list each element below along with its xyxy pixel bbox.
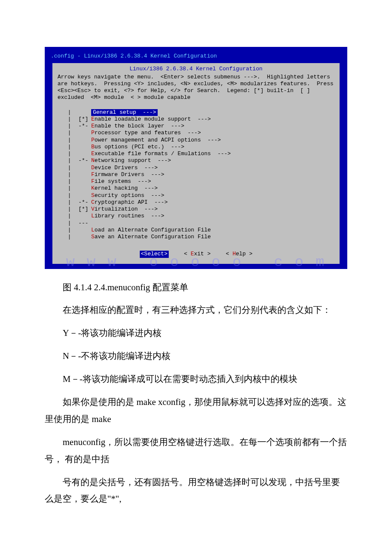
menu-border-left: | <box>68 109 78 116</box>
menu-hotkey: G <box>93 109 96 116</box>
menu-item[interactable]: |[*]Virtualization ---> <box>68 206 324 213</box>
figure-caption: 图 4.1.4 2.4.menuconfig 配置菜单 <box>45 279 347 296</box>
menu-border-left: | <box>68 144 78 150</box>
menu-label: Executable file formats / Emulations ---… <box>91 150 231 157</box>
menu-indicator: [*] <box>78 206 91 213</box>
menu-list[interactable]: | General setup --->|[*]Enable loadable … <box>64 107 328 243</box>
menu-item[interactable]: | Library routines ---> <box>68 213 324 220</box>
menu-label: Cryptographic API ---> <box>91 199 167 206</box>
menu-hotkey: V <box>91 206 95 212</box>
menu-label: Enable loadable module support ---> <box>91 116 211 123</box>
menu-border-left: | <box>68 220 78 227</box>
paragraph: 在选择相应的配置时，有三种选择方式，它们分别代表的含义如下： <box>45 302 347 319</box>
menu-label: Save an Alternate Configuration File <box>91 234 211 240</box>
menu-border-left: | <box>68 123 78 130</box>
menu-hotkey: D <box>91 165 95 171</box>
paragraph: N－-不将该功能编译进内核 <box>45 348 347 365</box>
paragraph: 号有的是尖括号，还有圆括号。用空格键选择时可以发现，中括号里要么是空，要么是"*… <box>45 474 347 508</box>
window-title: Linux/i386 2.6.38.4 Kernel Configuration <box>57 65 335 72</box>
menu-label: Security options ---> <box>91 192 164 199</box>
menu-hotkey: L <box>91 213 95 219</box>
menu-hotkey: E <box>91 116 95 122</box>
menu-hotkey: C <box>91 199 95 205</box>
menu-item[interactable]: | Processor type and features ---> <box>68 130 324 136</box>
menu-label: Enable the block layer ---> <box>91 123 184 130</box>
menu-border-left: | <box>68 185 78 192</box>
menu-item[interactable]: |--- <box>68 220 324 227</box>
menu-label: Load an Alternate Configuration File <box>91 227 211 234</box>
menu-item[interactable]: | General setup ---> <box>68 109 324 116</box>
paragraph: M－-将该功能编译成可以在需要时动态插入到内核中的模块 <box>45 371 347 388</box>
menu-item[interactable]: | Executable file formats / Emulations -… <box>68 150 324 157</box>
menu-border-left: | <box>68 137 78 144</box>
menu-hotkey: N <box>91 157 95 164</box>
menu-indicator <box>78 130 91 136</box>
menu-indicator: -*- <box>78 199 91 206</box>
menu-hotkey: S <box>91 192 95 199</box>
help-button[interactable]: < Help > <box>226 251 252 257</box>
menu-indicator <box>78 213 91 220</box>
menu-item[interactable]: |[*]Enable loadable module support ---> <box>68 116 324 123</box>
menu-hotkey: E <box>91 150 95 157</box>
menu-indicator: -*- <box>78 123 91 130</box>
menu-indicator: --- <box>78 220 91 227</box>
menu-hotkey: P <box>91 137 95 143</box>
document-body: 图 4.1.4 2.4.menuconfig 配置菜单 在选择相应的配置时，有三… <box>45 279 347 508</box>
menu-label: Kernel hacking ---> <box>91 185 158 192</box>
menu-border-left: | <box>68 150 78 157</box>
menu-indicator: [*] <box>78 116 91 123</box>
menuconfig-terminal: .config - Linux/i386 2.6.38.4 Kernel Con… <box>45 47 347 269</box>
menu-item[interactable]: | Save an Alternate Configuration File <box>68 234 324 240</box>
menu-border-left: | <box>68 213 78 220</box>
menu-label: Library routines ---> <box>91 213 164 220</box>
menu-indicator: -*- <box>78 157 91 164</box>
menu-item[interactable]: | Security options ---> <box>68 192 324 199</box>
menu-indicator <box>78 227 91 234</box>
menu-item[interactable]: | Bus options (PCI etc.) ---> <box>68 144 324 150</box>
menu-border-left: | <box>68 206 78 213</box>
menu-indicator <box>78 185 91 192</box>
menu-hotkey: F <box>91 171 95 178</box>
menu-item[interactable]: |-*-Enable the block layer ---> <box>68 123 324 130</box>
paragraph: menuconfig，所以需要使用空格键进行选取。在每一个选项前都有一个括号， … <box>45 434 347 468</box>
menu-item[interactable]: | File systems ---> <box>68 178 324 185</box>
menu-hotkey: P <box>91 130 95 136</box>
menu-indicator <box>78 234 91 240</box>
menu-label: Bus options (PCI etc.) ---> <box>91 144 184 150</box>
terminal-titlebar: .config - Linux/i386 2.6.38.4 Kernel Con… <box>48 52 344 63</box>
menu-label: Networking support ---> <box>91 157 171 164</box>
menu-border-left: | <box>68 130 78 136</box>
menu-indicator <box>78 165 91 171</box>
menu-item[interactable]: | Power management and ACPI options ---> <box>68 137 324 144</box>
menu-label: Virtualization ---> <box>91 206 158 213</box>
menu-item[interactable]: | Load an Alternate Configuration File <box>68 227 324 234</box>
menu-hotkey: K <box>91 185 95 191</box>
menu-item[interactable]: |-*-Networking support ---> <box>68 157 324 164</box>
menu-item[interactable]: | Firmware Drivers ---> <box>68 171 324 178</box>
menu-border-left: | <box>68 178 78 185</box>
menu-item[interactable]: | Device Drivers ---> <box>68 165 324 171</box>
menu-hotkey: L <box>91 227 95 233</box>
exit-button[interactable]: < Exit > <box>184 251 210 257</box>
terminal-window: Linux/i386 2.6.38.4 Kernel Configuration… <box>52 63 340 263</box>
menu-label: Device Drivers ---> <box>91 165 158 171</box>
menu-hotkey: E <box>91 123 95 129</box>
menu-item[interactable]: |-*-Cryptographic API ---> <box>68 199 324 206</box>
button-bar: <Select> < Exit > < Help > <box>57 246 335 259</box>
menu-label: Firmware Drivers ---> <box>91 171 164 178</box>
select-button[interactable]: <Select> <box>140 251 169 257</box>
menu-hotkey: F <box>91 178 95 185</box>
menu-border-left: | <box>68 199 78 206</box>
paragraph: Y－-将该功能编译进内核 <box>45 325 347 342</box>
menu-indicator <box>78 171 91 178</box>
menu-label: File systems ---> <box>91 178 151 185</box>
menu-label: Power management and ACPI options ---> <box>91 137 221 144</box>
menu-indicator <box>78 178 91 185</box>
menu-indicator <box>78 192 91 199</box>
menu-indicator <box>78 150 91 157</box>
menu-hotkey: B <box>91 144 95 150</box>
terminal-help-text: Arrow keys navigate the menu. <Enter> se… <box>57 73 335 104</box>
menu-label: Processor type and features ---> <box>91 130 201 136</box>
menu-item[interactable]: | Kernel hacking ---> <box>68 185 324 192</box>
paragraph: 如果你是使用的是 make xconfig，那使用鼠标就可以选择对应的选项。这里… <box>45 394 347 428</box>
